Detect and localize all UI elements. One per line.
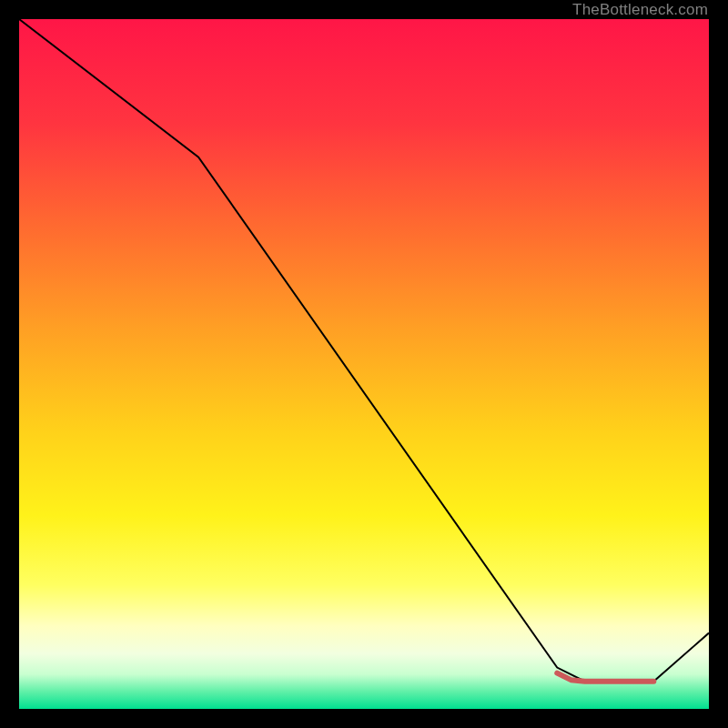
attribution-label: TheBottleneck.com <box>572 1 708 19</box>
chart-container: TheBottleneck.com <box>0 0 728 728</box>
plot-area <box>19 19 709 709</box>
series-bottleneck-curve <box>19 19 709 682</box>
line-layer <box>19 19 709 709</box>
